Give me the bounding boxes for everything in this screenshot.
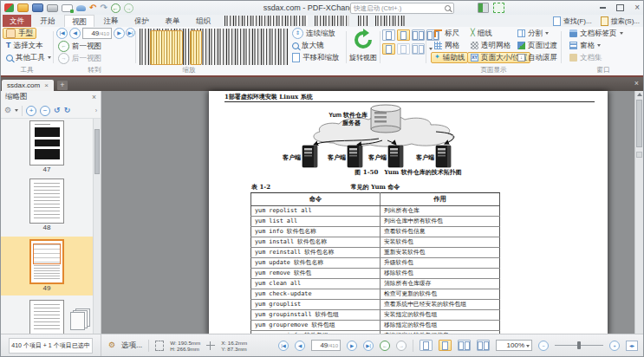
- thumbnails-scrollbar[interactable]: [93, 119, 101, 334]
- single-page-icon[interactable]: [382, 29, 395, 41]
- tabbar-close-icon[interactable]: ×: [634, 79, 639, 88]
- select-text-button[interactable]: T 选择文本: [3, 40, 47, 51]
- transparency-grid-button[interactable]: 透明网格: [467, 40, 514, 51]
- new-tab-button[interactable]: +: [57, 81, 68, 90]
- maximize-button[interactable]: [616, 4, 624, 11]
- grid-button[interactable]: 网格: [431, 40, 463, 51]
- page-number-input[interactable]: 49/410: [311, 340, 341, 351]
- continuous-page-icon[interactable]: [439, 340, 452, 351]
- search-button[interactable]: 搜索(S)...: [601, 16, 640, 26]
- page-transitions-button[interactable]: 页面过渡: [514, 40, 561, 51]
- fullscreen-icon[interactable]: [493, 3, 504, 13]
- gear-icon[interactable]: ⚙: [4, 107, 11, 114]
- next-page-icon[interactable]: ▶: [347, 341, 357, 351]
- redo-icon[interactable]: ↷: [100, 3, 107, 12]
- loupe-button[interactable]: 放大镜: [289, 40, 328, 51]
- first-page-icon[interactable]: |◀: [278, 341, 289, 351]
- scrollbar-thumb[interactable]: [636, 100, 642, 147]
- previous-view-button[interactable]: ← 前一视图: [55, 41, 105, 52]
- document-tab[interactable]: ssdax.com ×: [2, 80, 54, 91]
- history-forward-icon[interactable]: →: [124, 3, 133, 13]
- layout-option-icon[interactable]: [382, 43, 395, 55]
- tab-protect[interactable]: 保护: [127, 15, 156, 27]
- next-page-icon[interactable]: ▶: [114, 28, 125, 39]
- thumbnail-page-50-partial[interactable]: [1, 300, 93, 334]
- continuous-page-icon[interactable]: [397, 29, 410, 41]
- close-button[interactable]: ×: [634, 3, 640, 12]
- options-button[interactable]: 选项...: [121, 341, 142, 351]
- panes-button[interactable]: 窗格: [566, 40, 604, 51]
- prev-page-icon[interactable]: ◀: [69, 28, 81, 39]
- minimize-button[interactable]: [600, 7, 606, 9]
- thumbnails-panel-title: 缩略图: [5, 92, 28, 102]
- close-document-icon[interactable]: ×: [44, 81, 49, 89]
- tab-comment[interactable]: 注释: [97, 15, 126, 27]
- find-button[interactable]: 查找(F)...: [553, 16, 592, 26]
- chevron-down-icon[interactable]: [15, 109, 18, 112]
- options-gear-icon[interactable]: ⚙: [108, 341, 115, 349]
- zoom-out-thumbs-icon[interactable]: −: [40, 106, 50, 116]
- open-icon[interactable]: [17, 3, 29, 12]
- scrollbar-mark[interactable]: [636, 152, 642, 158]
- zoom-slider-knob[interactable]: [577, 341, 581, 349]
- two-pages-continuous-icon[interactable]: [477, 340, 490, 351]
- document-scrollbar[interactable]: [634, 91, 643, 334]
- zoom-slider[interactable]: [555, 340, 603, 351]
- thumbnail-page-47[interactable]: 47: [1, 120, 93, 174]
- history-back-icon[interactable]: ←: [111, 3, 120, 13]
- zoom-out-icon[interactable]: −: [538, 341, 549, 351]
- ui-options-icon[interactable]: [478, 3, 489, 13]
- document-view[interactable]: 1部署虚拟环境安装 Linux 系统: [101, 91, 643, 334]
- quick-launch-input[interactable]: 快速启动 (Ctrl+.): [350, 3, 454, 14]
- zoom-level-select[interactable]: 100%: [496, 340, 532, 351]
- next-view-icon[interactable]: →: [396, 341, 407, 351]
- previous-view-icon[interactable]: ←: [380, 341, 390, 351]
- next-view-button[interactable]: → 后一视图: [55, 53, 105, 64]
- page-number-input[interactable]: 49/410: [82, 28, 112, 39]
- thin-lines-button[interactable]: ╳ 细线: [467, 28, 496, 39]
- zoom-in-icon[interactable]: +: [609, 341, 620, 351]
- cover-mode-icon[interactable]: [412, 43, 425, 55]
- single-page-icon[interactable]: [420, 340, 433, 351]
- scrollbar-thumb[interactable]: [94, 129, 100, 174]
- prev-page-icon[interactable]: ◀: [295, 341, 305, 351]
- layout-option-icon[interactable]: [397, 43, 410, 55]
- cloud-icon[interactable]: [76, 5, 86, 11]
- rotate-view-icon[interactable]: [352, 29, 374, 51]
- print-icon[interactable]: [47, 4, 58, 12]
- two-pages-icon[interactable]: [412, 29, 425, 41]
- document-set-button[interactable]: 文档集: [566, 52, 606, 63]
- last-page-icon[interactable]: ▶|: [363, 341, 374, 351]
- first-page-icon[interactable]: |◀: [56, 28, 68, 39]
- rotate-ccw-icon[interactable]: ↺: [54, 107, 61, 114]
- email-icon[interactable]: [62, 4, 73, 12]
- ruler-button[interactable]: 标尺: [431, 28, 463, 39]
- zoom-in-thumbs-icon[interactable]: +: [26, 106, 36, 116]
- guides-button[interactable]: ✦ 辅助线: [431, 52, 468, 63]
- split-button[interactable]: 分割: [514, 28, 552, 39]
- thumbnail-page-48[interactable]: 48: [1, 178, 93, 232]
- two-pages-icon[interactable]: [458, 340, 471, 351]
- document-tabs-button[interactable]: 文档标签页: [566, 28, 627, 39]
- hand-tool-button[interactable]: 手型: [3, 28, 36, 39]
- current-view-rectangle[interactable]: [33, 243, 61, 264]
- more-tools-icon[interactable]: ›: [95, 107, 97, 114]
- close-panel-icon[interactable]: ×: [92, 93, 96, 101]
- tab-form[interactable]: 表单: [159, 15, 187, 27]
- thumbnail-page-49-selected[interactable]: 49: [1, 237, 93, 295]
- tab-organize[interactable]: 组织: [189, 15, 218, 27]
- pan-zoom-button[interactable]: 平移和缩放: [289, 52, 343, 63]
- rotate-cw-icon[interactable]: ↻: [64, 107, 71, 114]
- tab-view[interactable]: 视图: [64, 15, 94, 27]
- last-page-icon[interactable]: ▶|: [126, 28, 135, 37]
- auto-scroll-button[interactable]: ↓ 自动滚屏: [514, 52, 561, 63]
- scroll-up-icon[interactable]: [637, 93, 642, 96]
- other-tools-button[interactable]: 其他工具: [3, 52, 55, 63]
- save-icon[interactable]: [32, 3, 43, 12]
- tab-file[interactable]: 文件: [3, 15, 31, 27]
- tab-home[interactable]: 开始: [34, 15, 62, 27]
- fit-width-icon[interactable]: ◂▸: [626, 341, 638, 351]
- continuous-zoom-button[interactable]: ⇕ 连续缩放: [289, 28, 339, 39]
- split-icon: [517, 29, 525, 37]
- undo-icon[interactable]: ↶: [89, 3, 96, 12]
